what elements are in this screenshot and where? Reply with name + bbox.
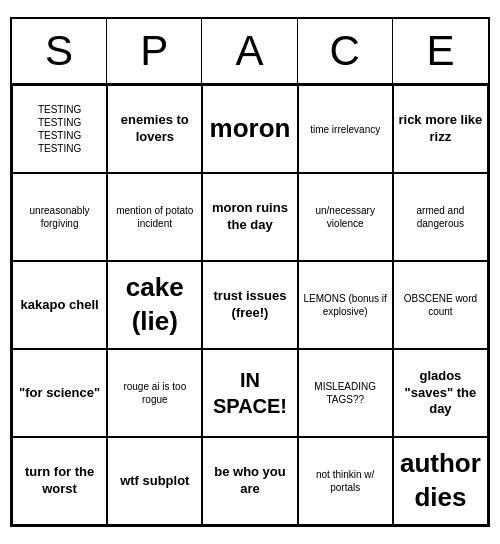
header-s: S xyxy=(12,19,107,83)
bingo-cell-7[interactable]: moron ruins the day xyxy=(202,173,297,261)
header-c: C xyxy=(298,19,393,83)
bingo-cell-23[interactable]: not thinkin w/ portals xyxy=(298,437,393,525)
bingo-cell-8[interactable]: un/necessary violence xyxy=(298,173,393,261)
bingo-cell-19[interactable]: glados "saves" the day xyxy=(393,349,488,437)
header-p: P xyxy=(107,19,202,83)
bingo-cell-11[interactable]: cake (lie) xyxy=(107,261,202,349)
bingo-cell-0[interactable]: TESTING TESTING TESTING TESTING xyxy=(12,85,107,173)
bingo-cell-1[interactable]: enemies to lovers xyxy=(107,85,202,173)
bingo-cell-17[interactable]: IN SPACE! xyxy=(202,349,297,437)
bingo-card: S P A C E TESTING TESTING TESTING TESTIN… xyxy=(10,17,490,527)
bingo-cell-9[interactable]: armed and dangerous xyxy=(393,173,488,261)
bingo-cell-24[interactable]: author dies xyxy=(393,437,488,525)
bingo-cell-4[interactable]: rick more like rizz xyxy=(393,85,488,173)
bingo-cell-16[interactable]: rouge ai is too rogue xyxy=(107,349,202,437)
header-e: E xyxy=(393,19,488,83)
bingo-cell-21[interactable]: wtf subplot xyxy=(107,437,202,525)
header-a: A xyxy=(202,19,297,83)
bingo-cell-14[interactable]: OBSCENE word count xyxy=(393,261,488,349)
bingo-grid: TESTING TESTING TESTING TESTINGenemies t… xyxy=(12,85,488,525)
bingo-cell-10[interactable]: kakapo chell xyxy=(12,261,107,349)
bingo-cell-2[interactable]: moron xyxy=(202,85,297,173)
bingo-cell-20[interactable]: turn for the worst xyxy=(12,437,107,525)
bingo-cell-22[interactable]: be who you are xyxy=(202,437,297,525)
bingo-cell-12[interactable]: trust issues (free!) xyxy=(202,261,297,349)
bingo-cell-3[interactable]: time irrelevancy xyxy=(298,85,393,173)
bingo-cell-13[interactable]: LEMONS (bonus if explosive) xyxy=(298,261,393,349)
bingo-cell-18[interactable]: MISLEADING TAGS?? xyxy=(298,349,393,437)
bingo-header: S P A C E xyxy=(12,19,488,85)
bingo-cell-5[interactable]: unreasonably forgiving xyxy=(12,173,107,261)
bingo-cell-15[interactable]: "for science" xyxy=(12,349,107,437)
bingo-cell-6[interactable]: mention of potato incident xyxy=(107,173,202,261)
